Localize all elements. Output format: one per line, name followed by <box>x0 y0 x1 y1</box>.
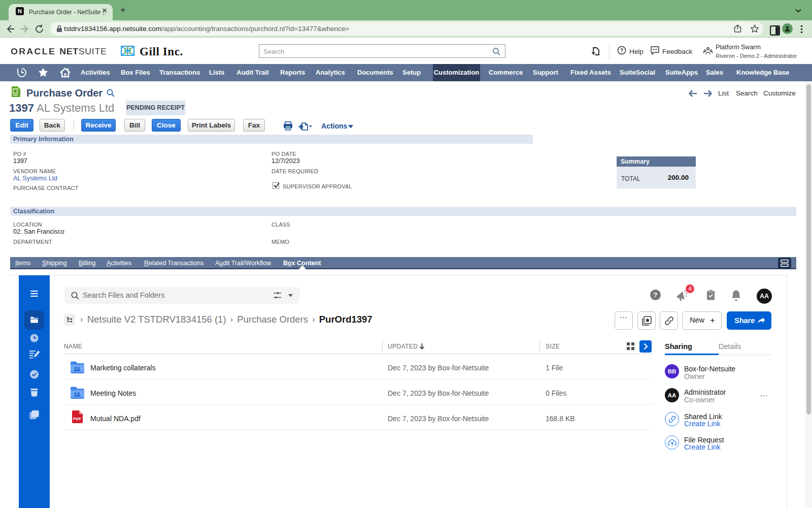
svg-text:PDF: PDF <box>73 417 81 421</box>
svg-text:?: ? <box>654 291 658 299</box>
svg-text:?: ? <box>620 48 623 53</box>
